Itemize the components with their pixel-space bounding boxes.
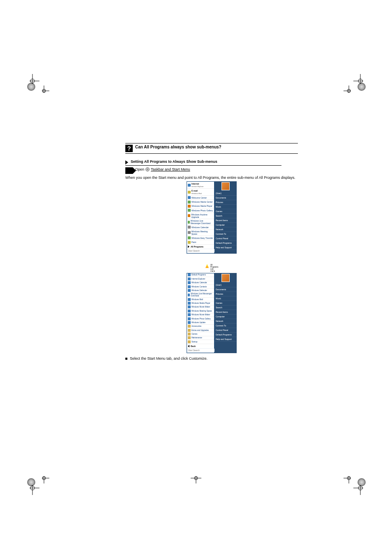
- menu-item[interactable]: Computer: [214, 314, 237, 319]
- menu-item[interactable]: Windows Movie Maker: [187, 305, 214, 309]
- menu-item[interactable]: Windows Movie Maker: [187, 313, 214, 317]
- folder-icon: [188, 340, 191, 343]
- app-icon: [188, 305, 191, 308]
- app-icon: [188, 285, 191, 288]
- app-icon: [188, 226, 191, 229]
- search-row: [187, 348, 214, 353]
- menu-item[interactable]: Recent Items: [214, 218, 237, 223]
- menu-item[interactable]: Default Programs: [214, 241, 237, 245]
- menu-item[interactable]: Recent Items: [214, 310, 237, 314]
- menu-item[interactable]: Default Programs: [187, 273, 214, 277]
- open-link[interactable]: Taskbar and Start Menu: [151, 167, 190, 171]
- app-icon: [188, 281, 191, 284]
- folder-icon: [188, 333, 191, 335]
- back-button[interactable]: Back: [187, 344, 214, 348]
- menu-folder[interactable]: Accessories: [187, 325, 214, 328]
- menu-item[interactable]: Windows Defender: [187, 289, 214, 292]
- menu-item[interactable]: Windows Anytime Upgrade: [187, 213, 214, 219]
- menu-item[interactable]: Documents: [214, 196, 237, 200]
- menu-item[interactable]: Windows Mail: [187, 298, 214, 301]
- avatar: [221, 182, 230, 190]
- menu-folder[interactable]: Startup: [187, 340, 214, 344]
- menu-item[interactable]: Control Panel: [214, 328, 237, 333]
- app-icon: [188, 236, 191, 239]
- menu-item[interactable]: Help and Support: [214, 337, 237, 342]
- app-icon: [188, 214, 190, 217]
- app-icon: [188, 221, 190, 224]
- app-icon: [188, 241, 191, 244]
- all-programs-button[interactable]: All Programs: [187, 245, 214, 249]
- menu-item[interactable]: Control Panel: [214, 236, 237, 241]
- app-icon: [188, 302, 191, 305]
- menu-item[interactable]: Pictures: [214, 292, 237, 296]
- menu-item[interactable]: Games: [214, 209, 237, 214]
- menu-item[interactable]: Search: [214, 214, 237, 218]
- menu-item[interactable]: Pictures: [214, 200, 237, 205]
- menu-item[interactable]: Computer: [214, 223, 237, 227]
- menu-item[interactable]: Connect To: [214, 324, 237, 328]
- menu-item[interactable]: Windows Calendar: [187, 225, 214, 229]
- menu-folder[interactable]: Maintenance: [187, 336, 214, 340]
- menu-item[interactable]: Connect To: [214, 232, 237, 236]
- app-icon: [188, 321, 191, 324]
- menu-item[interactable]: Games: [214, 301, 237, 305]
- crop-mark: [25, 481, 39, 495]
- crop-mark: [353, 74, 367, 88]
- menu-item[interactable]: Help and Support: [214, 245, 237, 250]
- menu-item[interactable]: Windows Photo Gallery: [187, 208, 214, 213]
- menu-item[interactable]: Windows Meeting Space: [187, 309, 214, 313]
- crop-mark-inner: [344, 86, 354, 96]
- menu-item[interactable]: Windows Easy Transfer: [187, 236, 214, 240]
- menu-item[interactable]: Default Programs: [214, 333, 237, 337]
- menu-item[interactable]: Internet Explorer: [187, 277, 214, 281]
- arrow-left-icon: [188, 345, 189, 347]
- question-icon: ?: [125, 145, 133, 152]
- menu-item[interactable]: Windows Media Player: [187, 301, 214, 305]
- menu-item[interactable]: Music: [214, 296, 237, 301]
- menu-item[interactable]: E-mailWindows Mail: [187, 189, 214, 196]
- arrow-box-icon: [125, 167, 133, 174]
- menu-item[interactable]: Windows Photo Gallery: [187, 317, 214, 321]
- menu-item[interactable]: Windows Update: [187, 321, 214, 324]
- menu-item[interactable]: Documents: [214, 287, 237, 292]
- menu-item[interactable]: Welcome Center: [187, 196, 214, 200]
- menu-item[interactable]: Windows Media Player: [187, 204, 214, 208]
- menu-folder[interactable]: Games: [187, 332, 214, 336]
- menu-item[interactable]: Windows Contacts: [187, 285, 214, 289]
- menu-item[interactable]: Windows Calendar: [187, 281, 214, 285]
- menu-item[interactable]: Network: [214, 227, 237, 232]
- crop-mark-inner: [39, 473, 49, 483]
- app-icon: [188, 317, 191, 320]
- app-icon: [188, 273, 191, 276]
- menu-item[interactable]: InternetInternet Explorer: [187, 182, 214, 189]
- select-instruction: Select the Start Menu tab, and click Cus…: [130, 356, 208, 361]
- app-icon: [188, 205, 191, 208]
- app-icon: [188, 278, 191, 280]
- folder-icon: [188, 325, 191, 328]
- menu-item[interactable]: Paint: [187, 240, 214, 244]
- search-input[interactable]: [188, 249, 215, 252]
- app-icon: [188, 201, 191, 204]
- menu-item[interactable]: (User): [214, 191, 237, 196]
- warn-icon: [205, 264, 209, 268]
- app-icon: [188, 310, 191, 312]
- menu-folder[interactable]: Extras and Upgrades: [187, 328, 214, 332]
- menu-item[interactable]: Windows Media Center: [187, 200, 214, 204]
- menu-item[interactable]: Search: [214, 305, 237, 310]
- arrow-right-icon: [188, 245, 189, 248]
- menu-item[interactable]: Windows Live Messenger Download: [187, 219, 214, 225]
- open-label: Open: [135, 167, 144, 171]
- crop-mark: [25, 74, 39, 88]
- crop-mark-inner: [344, 473, 354, 483]
- gear-icon: [145, 167, 150, 171]
- menu-item[interactable]: Windows Live Messenger Download: [187, 293, 214, 298]
- menu-item[interactable]: Network: [214, 319, 237, 324]
- search-input[interactable]: [188, 349, 215, 352]
- menu-item[interactable]: Windows Meeting Space: [187, 230, 214, 236]
- menu-item[interactable]: (User): [214, 283, 237, 287]
- app-icon: [188, 289, 191, 292]
- menu-item[interactable]: Music: [214, 205, 237, 209]
- app-icon: [188, 196, 191, 199]
- app-icon: [188, 294, 190, 296]
- folder-icon: [188, 336, 191, 339]
